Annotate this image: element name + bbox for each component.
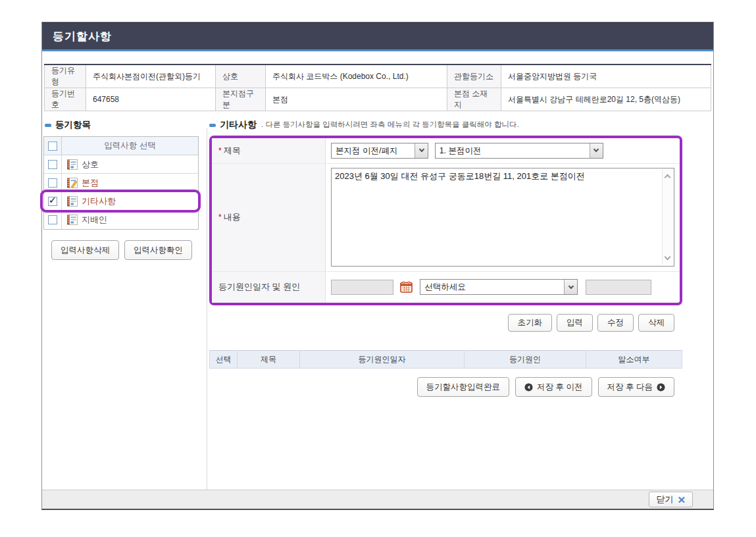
section-title: 기타사항 — [220, 119, 257, 131]
content-textarea[interactable]: 2023년 6월 30일 대전 유성구 궁동로18번길 11, 201호로 본점… — [331, 168, 674, 267]
title-field-label: *제목 — [212, 138, 326, 163]
section-title-row: 기타사항 — [209, 119, 257, 131]
select-header-row: 입력사항 선택 — [44, 137, 198, 155]
title-subtype-select[interactable]: 1. 본점이전 — [435, 143, 603, 159]
info-value: 본점 — [266, 88, 447, 111]
info-value: 서울특별시 강남구 테헤란로20길 12, 5층(역삼동) — [501, 88, 711, 111]
cause-field-label: 등기원인일자 및 원인 — [212, 271, 326, 303]
info-label: 본점 소재지 — [447, 88, 501, 111]
circle-arrow-right-icon — [657, 383, 665, 392]
chevron-down-icon[interactable] — [415, 143, 428, 158]
delete-button[interactable]: 삭제 — [638, 314, 674, 332]
note-edit-icon — [66, 178, 78, 188]
sidebar-item-label: 본점 — [82, 177, 99, 189]
note-icon — [66, 196, 78, 207]
sidebar-section-title: 등기항목 — [45, 119, 199, 131]
close-button[interactable]: 닫기 ✕ — [649, 492, 693, 507]
info-label: 관할등기소 — [447, 64, 501, 88]
table-header-row: 선택 제목 등기원인일자 등기원인 말소여부 — [210, 351, 682, 369]
register-items-sidebar: 등기항목 입력사항 선택 상호 — [43, 116, 199, 397]
purple-highlight-box — [40, 190, 201, 213]
required-asterisk-icon: * — [218, 146, 222, 155]
table-row: 등기번호 647658 본지점구분 본점 본점 소재지 서울특별시 강남구 테헤… — [45, 88, 711, 111]
dialog-titlebar: 등기할사항 — [42, 22, 713, 51]
sidebar-item-label: 지배인 — [82, 214, 107, 226]
column-header: 선택 — [210, 351, 238, 369]
select-all-checkbox[interactable] — [48, 141, 57, 151]
calendar-icon[interactable] — [400, 281, 413, 293]
column-header: 등기원인일자 — [300, 351, 465, 369]
checkbox-icon[interactable] — [48, 160, 57, 169]
sidebar-item-label: 기타사항 — [82, 195, 116, 207]
column-header: 말소여부 — [586, 351, 682, 369]
cause-etc-input[interactable] — [586, 280, 651, 295]
textarea-scrollbar[interactable] — [662, 170, 672, 265]
dialog-footer-bar: 닫기 ✕ — [42, 490, 713, 509]
scroll-down-icon[interactable] — [665, 254, 671, 261]
section-note: . 다른 등기사항을 입력하시려면 좌측 메뉴의 각 등기항목을 클릭해야 합니… — [261, 120, 519, 130]
reset-button[interactable]: 초기화 — [508, 314, 553, 332]
column-header: 등기원인 — [465, 351, 586, 369]
save-next-button[interactable]: 저장 후 다음 — [598, 377, 674, 397]
circle-arrow-left-icon — [524, 383, 533, 392]
gitasahang-panel: 기타사항 . 다른 등기사항을 입력하시려면 좌측 메뉴의 각 등기항목을 클릭… — [209, 116, 682, 397]
checkbox-checked-icon[interactable] — [48, 197, 57, 206]
sidebar-item-gitasahang[interactable]: 기타사항 — [44, 192, 198, 211]
close-x-icon: ✕ — [677, 495, 686, 505]
save-prev-button[interactable]: 저장 후 이전 — [515, 377, 592, 397]
title-category-select[interactable]: 본지점 이전/폐지 — [331, 143, 428, 159]
cause-select[interactable]: 선택하세요 — [420, 279, 578, 295]
checkbox-icon[interactable] — [48, 178, 57, 188]
table-row: 등기유형 주식회사본점이전(관할외)등기 상호 주식회사 코드박스 (Kodeb… — [45, 64, 711, 88]
sidebar-item-jibaein[interactable]: 지배인 — [44, 211, 198, 229]
column-header: 제목 — [238, 351, 300, 369]
sidebar-item-bonjeom[interactable]: 본점 — [44, 174, 198, 192]
delete-input-items-button[interactable]: 입력사항삭제 — [51, 240, 119, 260]
edit-button[interactable]: 수정 — [597, 314, 634, 332]
purple-highlight-form-box: *제목 본지점 이전/폐지 1. 본점이전 — [209, 136, 682, 305]
blue-dash-icon — [45, 124, 51, 127]
content-divider — [207, 128, 207, 509]
checkbox-icon[interactable] — [48, 215, 57, 224]
note-icon — [66, 159, 78, 170]
select-header-label: 입력사항 선택 — [62, 140, 198, 151]
sidebar-item-sangho[interactable]: 상호 — [44, 155, 198, 174]
input-item-select-table: 입력사항 선택 상호 본점 — [43, 136, 199, 230]
page-title: 등기할사항 — [53, 29, 112, 44]
info-label: 등기유형 — [45, 64, 86, 88]
info-label: 본지점구분 — [216, 88, 266, 111]
chevron-down-icon[interactable] — [564, 280, 577, 294]
complete-input-button[interactable]: 등기할사항입력완료 — [417, 377, 510, 397]
confirm-input-items-button[interactable]: 입력사항확인 — [124, 240, 192, 260]
chevron-down-icon[interactable] — [590, 143, 603, 158]
content-text: 2023년 6월 30일 대전 유성구 궁동로18번길 11, 201호로 본점… — [335, 170, 658, 182]
info-value: 주식회사 코드박스 (Kodebox Co., Ltd.) — [266, 64, 447, 88]
cause-date-input[interactable] — [331, 280, 393, 295]
info-value: 주식회사본점이전(관할외)등기 — [86, 64, 216, 88]
register-items-dialog: 등기할사항 등기유형 주식회사본점이전(관할외)등기 상호 주식회사 코드박스 … — [41, 22, 714, 510]
sidebar-item-label: 상호 — [82, 159, 99, 170]
info-value: 서울중앙지방법원 등기국 — [501, 64, 711, 88]
input-button[interactable]: 입력 — [557, 314, 593, 332]
blue-dash-icon — [209, 124, 216, 127]
registration-info-table: 등기유형 주식회사본점이전(관할외)등기 상호 주식회사 코드박스 (Kodeb… — [44, 64, 711, 111]
note-icon — [66, 215, 78, 225]
info-label: 상호 — [216, 64, 266, 88]
info-value: 647658 — [86, 88, 216, 111]
required-asterisk-icon: * — [218, 213, 222, 222]
content-field-label: *내용 — [212, 163, 326, 271]
scroll-up-icon[interactable] — [665, 174, 671, 181]
info-label: 등기번호 — [45, 88, 86, 111]
entered-items-table: 선택 제목 등기원인일자 등기원인 말소여부 — [209, 350, 682, 369]
